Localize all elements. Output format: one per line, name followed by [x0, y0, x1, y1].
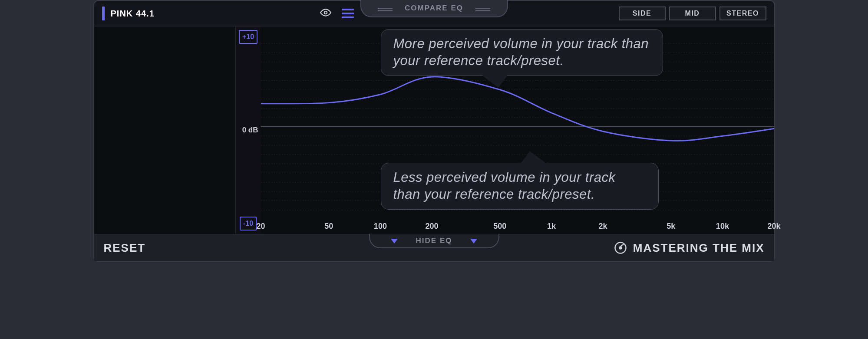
x-tick: 50 [324, 222, 333, 231]
chevron-down-icon [391, 239, 398, 244]
preset-name[interactable]: PINK 44.1 [111, 9, 155, 19]
preset-indicator [102, 7, 105, 20]
eye-icon[interactable] [320, 7, 331, 20]
x-tick: 100 [374, 222, 387, 231]
x-tick: 500 [493, 222, 506, 231]
preset-group: PINK 44.1 [102, 7, 155, 20]
stereo-button[interactable]: STEREO [719, 7, 766, 20]
grip-icon [475, 8, 490, 9]
plugin-window: PINK 44.1 REFERENCE TRACK COMPARE EQ SID… [93, 0, 775, 262]
mid-button[interactable]: MID [669, 7, 716, 20]
x-tick: 20 [256, 222, 265, 231]
hide-eq-tab[interactable]: HIDE EQ [369, 234, 499, 248]
x-tick: 1k [547, 222, 556, 231]
brand-logo-icon [614, 241, 627, 254]
tooltip-text: More perceived volume in your track than… [393, 36, 649, 68]
tooltip-less-volume: Less perceived volume in your track than… [381, 163, 659, 210]
compare-eq-tab[interactable]: COMPARE EQ [360, 0, 508, 17]
tooltip-text: Less perceived volume in your track than… [393, 170, 616, 202]
reference-list-sidebar[interactable] [94, 26, 236, 234]
chevron-down-icon [470, 239, 477, 244]
x-tick: 20k [767, 222, 780, 231]
db-zero-label: 0 dB [242, 126, 258, 135]
mode-buttons: SIDE MID STEREO [619, 7, 766, 20]
db-max-box[interactable]: +10 [239, 30, 257, 44]
side-button[interactable]: SIDE [619, 7, 666, 20]
x-axis-ticks: 20501002005001k2k5k10k20k [261, 222, 774, 231]
top-bar: PINK 44.1 REFERENCE TRACK COMPARE EQ SID… [94, 1, 774, 26]
hide-eq-label: HIDE EQ [416, 237, 452, 245]
menu-icon[interactable] [342, 9, 354, 18]
svg-point-22 [619, 247, 621, 249]
eq-chart[interactable]: More perceived volume in your track than… [261, 26, 774, 234]
svg-point-0 [324, 11, 327, 14]
y-axis: +10 0 dB -10 [236, 26, 261, 234]
x-tick: 2k [598, 222, 607, 231]
bottom-bar: RESET HIDE EQ MASTERING THE MIX [94, 234, 774, 261]
grip-icon [378, 8, 393, 9]
brand[interactable]: MASTERING THE MIX [614, 241, 765, 255]
x-tick: 5k [667, 222, 675, 231]
reset-button[interactable]: RESET [104, 241, 146, 255]
compare-eq-label: COMPARE EQ [405, 4, 463, 13]
x-tick: 200 [425, 222, 438, 231]
tooltip-more-volume: More perceived volume in your track than… [381, 29, 663, 76]
main-area: +10 0 dB -10 More perceived volume in yo… [94, 26, 774, 234]
db-min-box[interactable]: -10 [240, 217, 257, 230]
brand-name: MASTERING THE MIX [633, 241, 765, 255]
x-tick: 10k [716, 222, 729, 231]
